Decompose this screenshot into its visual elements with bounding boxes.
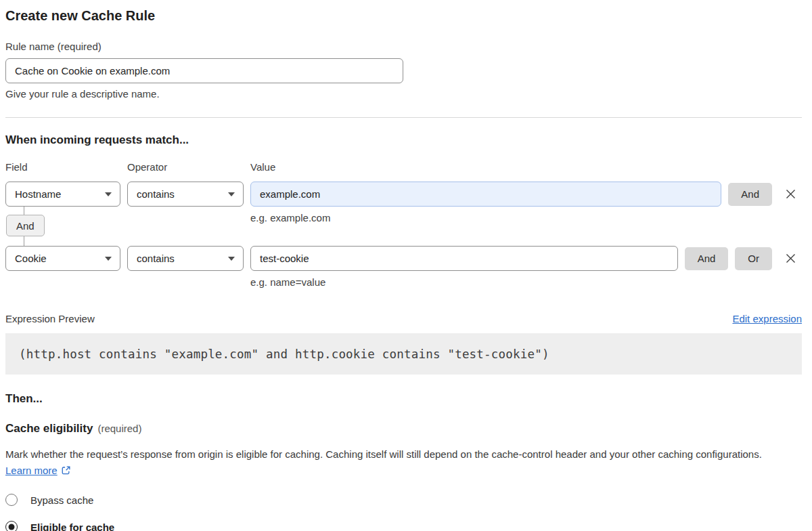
rule-name-label: Rule name (required)	[5, 41, 802, 52]
expression-code-block: (http.host contains "example.com" and ht…	[5, 333, 802, 375]
expression-preview-header: Expression Preview Edit expression	[5, 313, 802, 324]
field-select-value: Hostname	[15, 188, 61, 200]
cache-eligibility-description: Mark whether the request’s response from…	[5, 446, 790, 479]
learn-more-link[interactable]: Learn more	[5, 465, 58, 476]
operator-column-label: Operator	[127, 161, 250, 173]
x-icon	[784, 252, 797, 265]
value-column-label: Value	[250, 161, 275, 173]
remove-condition-button[interactable]	[779, 247, 802, 270]
expression-preview-label: Expression Preview	[5, 313, 95, 324]
condition-row: Hostname contains And e.g. example.com	[5, 182, 802, 207]
chevron-down-icon	[105, 257, 112, 261]
operator-select-value: contains	[137, 253, 175, 264]
radio-option-bypass-cache[interactable]: Bypass cache	[5, 494, 802, 506]
match-heading: When incoming requests match...	[5, 133, 802, 147]
operator-select[interactable]: contains	[127, 246, 244, 271]
required-note: (required)	[97, 423, 141, 434]
condition-column-headers: Field Operator Value	[5, 161, 802, 173]
field-column-label: Field	[5, 161, 127, 173]
value-hint: e.g. name=value	[250, 276, 325, 288]
field-select-value: Cookie	[15, 253, 47, 264]
rule-name-input[interactable]	[5, 58, 403, 83]
page-title: Create new Cache Rule	[5, 7, 802, 24]
edit-expression-link[interactable]: Edit expression	[732, 313, 802, 324]
rule-name-helper: Give your rule a descriptive name.	[5, 88, 802, 100]
operator-select[interactable]: contains	[127, 182, 244, 207]
create-cache-rule-page: Create new Cache Rule Rule name (require…	[0, 0, 812, 531]
section-divider	[5, 117, 802, 118]
add-or-condition-button[interactable]: Or	[735, 247, 772, 270]
cache-eligibility-title: Cache eligibility	[5, 422, 93, 435]
description-text: Mark whether the request’s response from…	[5, 448, 762, 460]
radio-button-icon[interactable]	[5, 494, 18, 506]
external-link-icon	[61, 465, 71, 475]
condition-row: Cookie contains And Or e.g. name=value	[5, 246, 802, 271]
radio-option-label: Eligible for cache	[30, 522, 114, 531]
add-and-condition-button[interactable]: And	[728, 183, 772, 206]
chevron-down-icon	[228, 257, 235, 261]
chevron-down-icon	[105, 192, 112, 196]
add-and-condition-button[interactable]: And	[685, 247, 729, 270]
radio-option-eligible-for-cache[interactable]: Eligible for cache	[5, 521, 802, 531]
x-icon	[784, 188, 797, 200]
operator-select-value: contains	[137, 188, 175, 200]
value-input[interactable]	[250, 182, 721, 207]
field-select[interactable]: Cookie	[5, 246, 120, 271]
radio-option-label: Bypass cache	[30, 494, 93, 506]
expression-code: (http.host contains "example.com" and ht…	[19, 347, 549, 361]
radio-button-icon[interactable]	[5, 521, 18, 531]
then-heading: Then...	[5, 391, 802, 406]
field-select[interactable]: Hostname	[5, 182, 120, 207]
value-input[interactable]	[250, 246, 678, 271]
cache-eligibility-heading: Cache eligibility(required)	[5, 422, 802, 436]
remove-condition-button[interactable]	[779, 183, 802, 206]
chevron-down-icon	[228, 192, 235, 196]
condition-connector: And	[5, 215, 802, 236]
connector-and-button[interactable]: And	[6, 215, 45, 236]
